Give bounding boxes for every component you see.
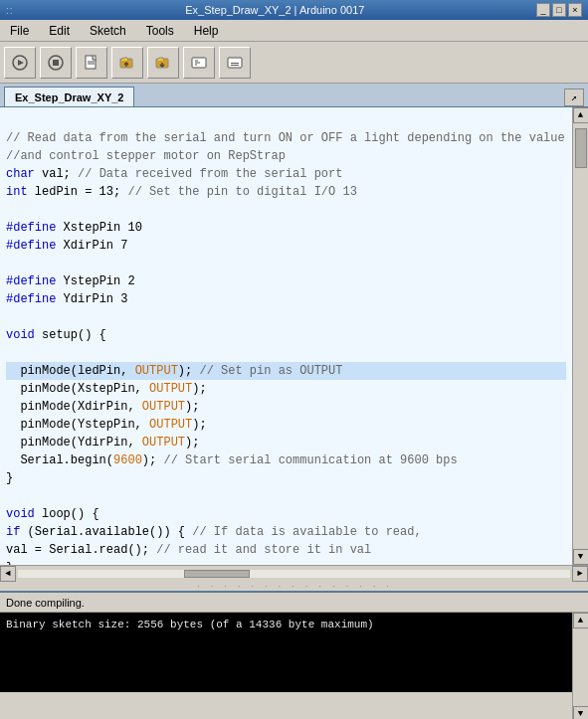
code-line-13: pinMode(YdirPin, OUTPUT); xyxy=(6,436,199,449)
tab-expand-button[interactable]: ↗ xyxy=(564,89,584,106)
status-row: · · · · · · · · · · · · · · · xyxy=(0,581,588,591)
new-button[interactable] xyxy=(76,47,107,79)
menu-edit[interactable]: Edit xyxy=(43,22,76,40)
console-output-text: Binary sketch size: 2556 bytes (of a 143… xyxy=(6,619,374,630)
console-output: Binary sketch size: 2556 bytes (of a 143… xyxy=(0,613,572,692)
status-dots: · · · · · · · · · · · · · · · xyxy=(196,582,392,591)
console-status-text: Done compiling. xyxy=(6,597,85,609)
code-line-6: #define XdirPin 7 xyxy=(6,239,127,253)
menu-tools[interactable]: Tools xyxy=(140,22,180,40)
code-line-2: //and control stepper motor on RepStrap xyxy=(6,149,286,163)
svg-marker-1 xyxy=(18,60,24,66)
code-line-10: pinMode(XstepPin, OUTPUT); xyxy=(6,382,207,396)
tab-bar: Ex_Step_Draw_XY_2 ↗ xyxy=(0,84,588,107)
save-button[interactable] xyxy=(147,47,179,79)
code-line-12: pinMode(YstepPin, OUTPUT); xyxy=(6,418,207,432)
menu-sketch[interactable]: Sketch xyxy=(84,22,132,40)
code-line-16: void loop() { xyxy=(6,507,99,521)
hscroll-thumb[interactable] xyxy=(184,570,251,578)
console-header: Done compiling. xyxy=(0,591,588,613)
active-tab[interactable]: Ex_Step_Draw_XY_2 xyxy=(4,87,134,106)
code-line-5: #define XstepPin 10 xyxy=(6,221,142,235)
code-line-14: Serial.begin(9600); // Start serial comm… xyxy=(6,453,458,467)
svg-rect-3 xyxy=(53,60,59,66)
open-button[interactable] xyxy=(111,47,143,79)
console-scroll-down[interactable]: ▼ xyxy=(573,706,589,719)
tab-label: Ex_Step_Draw_XY_2 xyxy=(15,91,123,103)
code-line-9: void setup() { xyxy=(6,328,106,342)
code-line-15: } xyxy=(6,471,13,485)
serial-monitor-button[interactable] xyxy=(183,47,215,79)
code-line-19: } xyxy=(6,561,13,565)
code-line-11: pinMode(XdirPin, OUTPUT); xyxy=(6,400,199,414)
code-line-highlight: pinMode(ledPin, OUTPUT); // Set pin as O… xyxy=(6,362,566,380)
close-button[interactable]: × xyxy=(568,3,582,17)
horizontal-scrollbar: ◄ ► xyxy=(0,565,588,581)
drag-dots: :: xyxy=(6,5,14,16)
menu-bar: File Edit Sketch Tools Help xyxy=(0,20,588,42)
scroll-down-button[interactable]: ▼ xyxy=(573,549,589,565)
menu-file[interactable]: File xyxy=(4,22,35,40)
svg-rect-16 xyxy=(231,63,239,64)
hscroll-right-button[interactable]: ► xyxy=(572,566,588,582)
code-line-4: int ledPin = 13; // Set the pin to digit… xyxy=(6,185,357,199)
code-line-7: #define YstepPin 2 xyxy=(6,274,135,288)
window-controls: _ □ × xyxy=(536,3,582,17)
toolbar xyxy=(0,42,588,84)
code-line-1: // Read data from the serial and turn ON… xyxy=(6,131,565,145)
menu-help[interactable]: Help xyxy=(188,22,225,40)
window-title: Ex_Step_Draw_XY_2 | Arduino 0017 xyxy=(185,4,364,16)
console-wrapper: Binary sketch size: 2556 bytes (of a 143… xyxy=(0,613,588,719)
vertical-scrollbar[interactable]: ▲ ▼ xyxy=(572,107,588,565)
expand-icon: ↗ xyxy=(571,91,577,103)
minimize-button[interactable]: _ xyxy=(536,3,550,17)
scroll-up-button[interactable]: ▲ xyxy=(573,107,589,123)
code-line-3: char val; // Data received from the seri… xyxy=(6,167,342,181)
code-editor[interactable]: // Read data from the serial and turn ON… xyxy=(0,107,572,565)
code-container: // Read data from the serial and turn ON… xyxy=(0,107,588,565)
console-scroll-up[interactable]: ▲ xyxy=(573,613,589,629)
title-bar: :: Ex_Step_Draw_XY_2 | Arduino 0017 _ □ … xyxy=(0,0,588,20)
stop-button[interactable] xyxy=(40,47,72,79)
hscroll-left-button[interactable]: ◄ xyxy=(0,566,16,582)
code-line-8: #define YdirPin 3 xyxy=(6,292,127,306)
code-line-17: if (Serial.available()) { // If data is … xyxy=(6,525,422,539)
maximize-button[interactable]: □ xyxy=(552,3,566,17)
upload-button[interactable] xyxy=(219,47,251,79)
play-button[interactable] xyxy=(4,47,36,79)
hscroll-track[interactable] xyxy=(18,570,570,578)
code-line-18: val = Serial.read(); // read it and stor… xyxy=(6,543,371,557)
console-scrollbar[interactable]: ▲ ▼ xyxy=(572,613,588,719)
svg-rect-17 xyxy=(231,65,239,66)
